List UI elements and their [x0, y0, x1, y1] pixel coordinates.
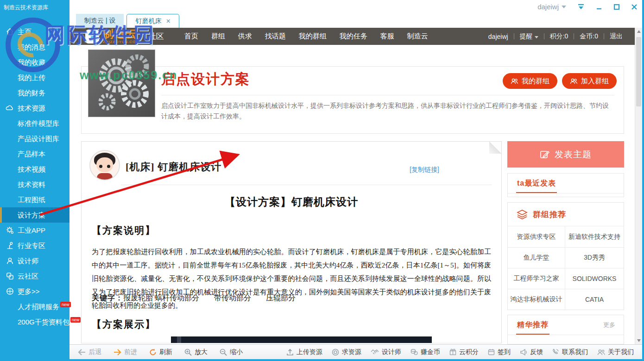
titlebar: 制造云 | 设 钉磨机床 × dajeiwj	[69, 0, 644, 28]
new-badge: new	[70, 317, 81, 323]
divider	[161, 95, 614, 95]
back-arrow-icon	[78, 349, 86, 355]
nav-user-area: dajeiwj 提醒 积分:0 金币:0 退出	[488, 32, 623, 41]
request-resource-button[interactable]: 求资源	[332, 348, 361, 356]
zoom-in-button[interactable]: 放大	[184, 348, 208, 356]
check-in-button[interactable]: 签到	[488, 348, 511, 356]
join-group-button[interactable]: 加入群组	[562, 73, 617, 89]
author-avatar[interactable]	[89, 150, 120, 180]
close-button[interactable]	[631, 4, 638, 10]
sidebar-item-recruitment[interactable]: 人才招聘服务new	[0, 299, 69, 314]
sidebar-item-tech-resources[interactable]: 技术资源	[0, 100, 69, 116]
tab-current-post[interactable]: 钉磨机床 ×	[126, 14, 179, 28]
nav-username[interactable]: dajeiwj	[488, 33, 508, 40]
post-title: [机床] 钉磨机床设计	[126, 160, 221, 174]
person-icon	[6, 256, 14, 265]
sidebar-item-industrial-app[interactable]: 工业APP	[0, 223, 69, 238]
my-groups-button[interactable]: 我的群组	[503, 73, 557, 89]
group-link[interactable]: 鸿达非标机械设计	[508, 289, 565, 310]
earn-coins-button[interactable]: 赚金币	[410, 348, 440, 356]
nav-logout[interactable]: 退出	[610, 32, 623, 41]
copy-link[interactable]: [复制链接]	[410, 166, 439, 174]
forward-button[interactable]: 前进	[114, 348, 137, 356]
industry-icon	[6, 241, 14, 250]
bottom-toolbar: 后退 前进 刷新 放大 缩小 上传资源 求资源	[69, 344, 642, 359]
section-title-description: 【方案说明】	[92, 224, 156, 237]
zoom-out-icon	[220, 349, 227, 356]
nav-item-support[interactable]: 客服	[380, 32, 394, 41]
titlebar-user-menu[interactable]: dajeiwj	[537, 3, 566, 11]
nav-coins[interactable]: 金币:0	[580, 32, 598, 41]
section-label: | 社区	[144, 31, 164, 42]
sidebar-item-standard-parts[interactable]: 标准件模型库	[0, 116, 69, 131]
scroll-down-arrow[interactable]	[635, 337, 643, 344]
zoom-out-button[interactable]: 缩小	[220, 348, 243, 356]
chevron-down-icon	[562, 6, 566, 8]
tab-community[interactable]: 制造云 | 设	[76, 14, 124, 28]
nav-remind[interactable]: 提醒	[520, 32, 538, 41]
nav-menu: 首页 群组 供求 找话题 我的群组 我的任务 客服 制造云	[184, 32, 428, 41]
nav-item-home[interactable]: 首页	[184, 32, 198, 41]
main-content: 启点设计方案 启点设计工作室致力于提高中国非标机械设计水平，提供一系列非标设计参…	[69, 45, 635, 344]
more-icon	[6, 287, 14, 296]
window-frame-right	[642, 0, 644, 361]
contact-us-button[interactable]: 联系我们	[552, 348, 588, 356]
coins-icon	[410, 349, 418, 355]
zhizaoyun-logo	[85, 30, 99, 44]
featured-panel: 精华推荐 更多	[507, 315, 624, 344]
sidebar-item-more[interactable]: 更多>>	[0, 284, 69, 299]
new-topic-button[interactable]: 发表主题	[507, 141, 624, 168]
sidebar-item-uploads[interactable]: 我的上传	[0, 70, 69, 85]
group-recommend-table: 资源供求专区 新迪软件技术支持 鱼儿学堂 3D秀秀 工程师学习之家 SOLIDW…	[508, 226, 624, 310]
nav-item-zhizaoyun[interactable]: 制造云	[407, 32, 428, 41]
cloud-points-button[interactable]: 云积分	[449, 348, 479, 356]
group-link[interactable]: SOLIDWORKS	[565, 268, 624, 289]
sidebar-item-designers[interactable]: 设计师	[0, 253, 69, 268]
sidebar-item-home[interactable]: 主页	[0, 24, 69, 39]
refresh-button[interactable]: 刷新	[149, 348, 172, 356]
sidebar-item-favorites[interactable]: 我的收藏	[0, 55, 69, 70]
sidebar-item-tech-videos[interactable]: 技术视频	[0, 162, 69, 177]
nav-item-groups[interactable]: 群组	[211, 32, 225, 41]
nav-item-my-tasks[interactable]: 我的任务	[340, 32, 367, 41]
group-link[interactable]: 3D秀秀	[565, 247, 624, 268]
people-icon	[511, 78, 518, 85]
upload-resource-button[interactable]: 上传资源	[286, 348, 322, 356]
nav-item-my-groups[interactable]: 我的群组	[299, 32, 327, 41]
tab-close-icon[interactable]: ×	[166, 18, 170, 25]
minimize-button[interactable]	[596, 4, 602, 10]
boss-key-icon[interactable]	[577, 4, 585, 10]
sidebar-item-engineering-drawings[interactable]: 工程图纸	[0, 192, 69, 207]
about-us-button[interactable]: 关于我们	[597, 348, 634, 356]
sidebar-item-tech-docs[interactable]: 技术资料	[0, 177, 69, 192]
nav-item-supply-demand[interactable]: 供求	[238, 32, 252, 41]
group-link[interactable]: 新迪软件技术支持	[565, 226, 624, 247]
group-link[interactable]: 资源供求专区	[508, 226, 565, 247]
back-button[interactable]: 后退	[78, 348, 101, 356]
forward-arrow-icon	[114, 349, 121, 355]
scroll-up-arrow[interactable]	[635, 28, 643, 35]
sidebar-item-messages[interactable]: 我的消息	[0, 39, 69, 55]
vertical-scrollbar[interactable]	[635, 28, 642, 344]
nav-item-topics[interactable]: 找话题	[265, 32, 286, 41]
featured-more-link[interactable]: 更多	[603, 321, 615, 329]
sidebar-item-product-samples[interactable]: 产品样本	[0, 146, 69, 162]
maximize-button[interactable]	[613, 4, 620, 10]
designer-button[interactable]: 设计师	[371, 348, 401, 356]
sidebar-item-industry-zone[interactable]: 行业专区	[0, 238, 69, 253]
sidebar-item-design-gallery[interactable]: 产品设计图库	[0, 131, 69, 146]
sidebar-item-cloud-community[interactable]: 云社区	[0, 268, 69, 284]
logo-text: 制造云 ZHIZAOYUN.COM	[103, 29, 139, 44]
scrollbar-thumb[interactable]	[636, 37, 641, 106]
sidebar-item-design-proposals[interactable]: 设计方案	[0, 207, 69, 223]
sidebar-item-finance[interactable]: 我的财务	[0, 85, 69, 100]
group-link[interactable]: CATIA	[565, 289, 624, 310]
nav-score[interactable]: 积分:0	[550, 32, 568, 41]
group-link[interactable]: 鱼儿学堂	[508, 247, 565, 268]
megaphone-icon	[520, 349, 527, 355]
feedback-button[interactable]: 反馈	[520, 348, 543, 356]
target-icon	[332, 349, 339, 356]
divider	[544, 33, 544, 39]
group-link[interactable]: 工程师学习之家	[508, 268, 565, 289]
sidebar-item-200g-pack[interactable]: 200G干货资料包new	[0, 314, 69, 330]
